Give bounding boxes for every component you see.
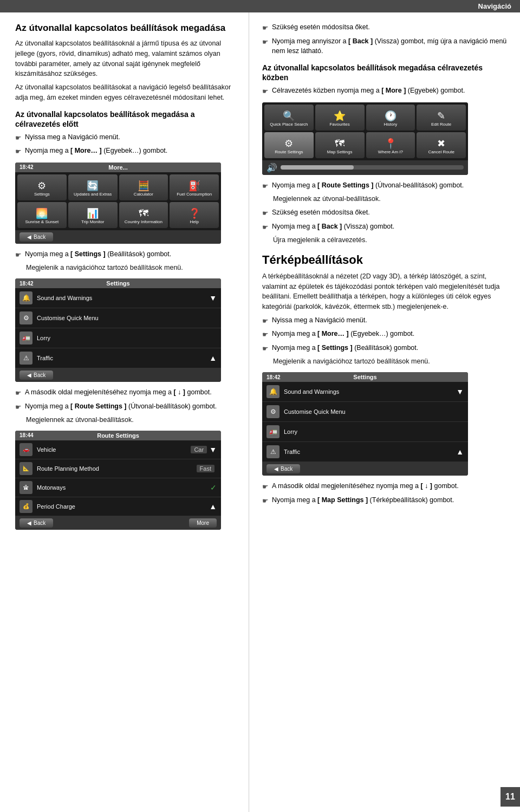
arrow-icon: ☛: [15, 133, 22, 144]
back-btn-row-2: ◀ Back: [15, 368, 221, 382]
bullet-item: ☛ Nyissa meg a Navigáció menüt.: [262, 315, 509, 327]
bracket-text: [ ↓ ]: [173, 388, 185, 396]
screen-titlebar-1: 18:42 More...: [15, 163, 221, 172]
screen-time-3: 18:44: [20, 432, 34, 438]
more-button[interactable]: More: [189, 518, 217, 528]
motorways-icon: 🛣: [20, 481, 32, 494]
nav-btn-label: Trip Monitor: [81, 219, 104, 225]
nav-btn-settings[interactable]: ⚙ Settings: [17, 174, 67, 200]
settings-item: 🚛 Lorry: [262, 422, 468, 442]
sound-fill: [281, 165, 354, 170]
nav-btn-label: Cancel Route: [428, 150, 454, 155]
back-button-2[interactable]: ◀ Back: [20, 371, 53, 380]
location-icon: 📍: [385, 139, 396, 148]
nav-btn-label: Where Am I?: [378, 150, 403, 155]
route-settings-item: 💰 Period Charge ▲: [15, 497, 221, 516]
bullet-r11-text: Nyomja meg a [ Map Settings ] (Térképbeá…: [272, 495, 509, 505]
bullet-item: ☛ Nyomja meg a [ More… ] (Egyebek…) gomb…: [15, 146, 238, 157]
arrow-icon: ☛: [262, 329, 269, 340]
cancel-icon: ✖: [437, 139, 445, 148]
settings-list-1: 🔔 Sound and Warnings ▼ ⚙ Customise Quick…: [15, 288, 221, 368]
screen-mock-3: 18:44 Route Settings 🚗 Vehicle Car ▼ 📐 R…: [15, 431, 221, 530]
scroll-down-icon: ▼: [209, 294, 217, 302]
bullet5-text: Nyomja meg a [ Route Settings ] (Útvonal…: [25, 401, 238, 412]
nav-btn-label: Calculator: [134, 192, 153, 197]
screen-title-1: More...: [108, 164, 127, 171]
settings-label: Customise Quick Menu: [284, 408, 464, 415]
settings-label: Sound and Warnings: [284, 388, 456, 395]
bullet4-text: A második oldal megjelenítéséhez nyomja …: [25, 387, 238, 398]
left-column: Az útvonallal kapcsolatos beállítások me…: [0, 12, 249, 812]
nav-btn-fuel[interactable]: ⛽ Fuel Consumption: [170, 174, 219, 200]
nav-btn-cancel-route[interactable]: ✖ Cancel Route: [417, 132, 466, 158]
nav-btn-sunrise[interactable]: 🌅 Sunrise & Sunset: [17, 202, 67, 228]
main-title: Az útvonallal kapcsolatos beállítások me…: [15, 22, 238, 34]
nav-btn-label: Country Information: [125, 219, 162, 225]
back-arrow-icon: ◀: [27, 234, 31, 240]
settings-item: 🔔 Sound and Warnings ▼: [15, 288, 221, 308]
planning-icon: 📐: [20, 462, 32, 475]
nav-btn-route-settings[interactable]: ⚙ Route Settings: [264, 132, 314, 158]
bullet-r6-after: Újra megjelenik a célravezetés.: [273, 235, 509, 245]
traffic-icon: ⚠: [20, 352, 32, 365]
back-label: Back: [34, 372, 46, 378]
back-label: Back: [34, 234, 46, 240]
route-settings-list: 🚗 Vehicle Car ▼ 📐 Route Planning Method …: [15, 440, 221, 516]
search-icon: 🔍: [283, 111, 295, 121]
back-arrow-icon: ◀: [27, 372, 31, 378]
nav-btn-favourites[interactable]: ⭐ Favourites: [315, 105, 365, 131]
route-label: Vehicle: [37, 446, 191, 453]
nav-btn-history[interactable]: 🕐 History: [366, 105, 415, 131]
nav-btn-trip[interactable]: 📊 Trip Monitor: [68, 202, 118, 228]
bracket-text: [ More… ]: [317, 330, 349, 337]
intro-text: Az útvonallal kapcsolatos beállításoknál…: [15, 38, 238, 79]
content-area: Az útvonallal kapcsolatos beállítások me…: [0, 12, 520, 812]
more-label: More: [197, 520, 209, 526]
scroll-up-icon: ▲: [456, 447, 464, 456]
section2-title: Az útvonallal kapcsolatos beállítások me…: [262, 63, 509, 82]
bracket-text: [ Back ]: [317, 223, 342, 230]
back-btn-row-4: ◀ Back: [262, 462, 468, 476]
map-settings-icon: 🗺: [335, 139, 344, 148]
nav-btn-where-am-i[interactable]: 📍 Where Am I?: [366, 132, 415, 158]
route-label: Period Charge: [37, 503, 209, 510]
nav-btn-label: Fuel Consumption: [177, 192, 212, 197]
settings-item: ⚙ Customise Quick Menu: [15, 308, 221, 328]
settings-icon: ⚙: [37, 181, 46, 191]
customise-icon: ⚙: [20, 311, 32, 324]
route-settings-item: 🚗 Vehicle Car ▼: [15, 440, 221, 459]
nav-btn-country[interactable]: 🗺 Country Information: [119, 202, 168, 228]
calculator-icon: 🧮: [138, 181, 150, 191]
bullet-item: ☛ Nyomja meg a [ Settings ] (Beállítások…: [15, 249, 238, 261]
section3-title: Térképbeállítások: [262, 253, 509, 267]
sound-slider[interactable]: [281, 165, 464, 170]
trip-icon: 📊: [87, 209, 99, 218]
route-value: Fast: [197, 465, 214, 472]
fuel-icon: ⛽: [188, 181, 200, 191]
back-button[interactable]: ◀ Back: [20, 232, 53, 242]
nav-btn-calculator[interactable]: 🧮 Calculator: [119, 174, 168, 200]
nav-btn-help[interactable]: ❓ Help: [170, 202, 219, 228]
settings-list-2: 🔔 Sound and Warnings ▼ ⚙ Customise Quick…: [262, 382, 468, 462]
bullet-item: ☛ Nyomja meg a [ Back ] (Vissza) gombot.: [262, 222, 509, 233]
back-button-3[interactable]: ◀ Back: [20, 518, 53, 528]
bullet-r5-text: Szükség esetén módosítsa őket.: [272, 207, 509, 218]
screen-title-4: Settings: [353, 374, 376, 380]
bullet-item: ☛ Nyomja meg a [ Settings ] (Beállítások…: [262, 343, 509, 354]
sound-icon: 🔔: [20, 291, 32, 304]
back-button-4[interactable]: ◀ Back: [266, 464, 300, 473]
period-icon: 💰: [20, 500, 32, 513]
settings-item: 🚛 Lorry: [15, 328, 221, 348]
bracket-text: [ Route Settings ]: [70, 402, 126, 410]
nav-btn-edit-route[interactable]: ✎ Edit Route: [417, 105, 466, 131]
arrow-icon: ☛: [262, 482, 269, 492]
nav-btn-map-settings[interactable]: 🗺 Map Settings: [315, 132, 365, 158]
nav-btn-label: Map Settings: [327, 150, 353, 155]
screen-time-1: 18:42: [20, 164, 34, 170]
nav-btn-quick-place[interactable]: 🔍 Quick Place Search: [264, 105, 314, 131]
screen-time-2: 18:42: [20, 281, 34, 287]
header-bar: Navigáció: [0, 0, 520, 12]
bracket-text: [ Back ]: [348, 37, 373, 45]
screen-titlebar-3: 18:44 Route Settings: [15, 431, 221, 440]
nav-btn-updates[interactable]: 🔄 Updates and Extras: [68, 174, 118, 200]
